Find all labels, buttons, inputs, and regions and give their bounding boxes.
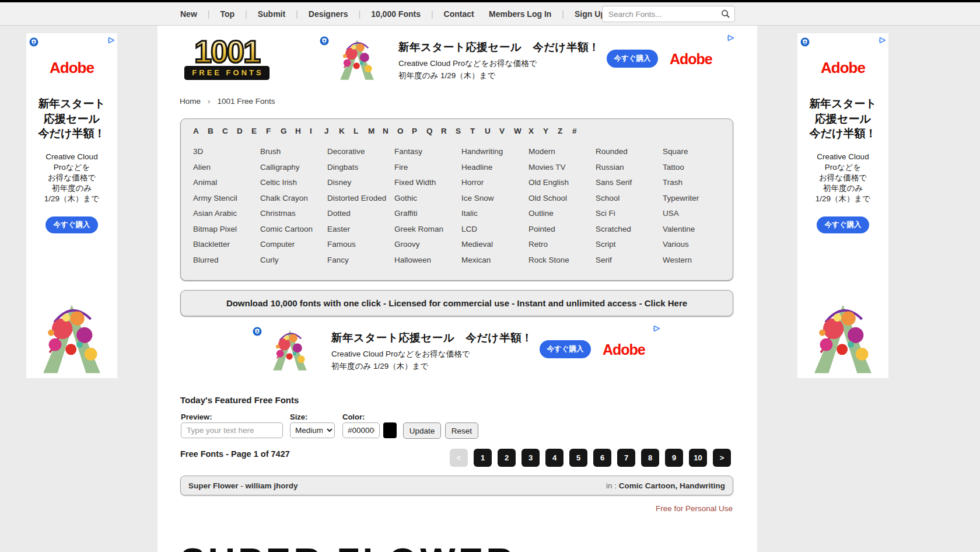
page-button[interactable]: 10 bbox=[689, 449, 707, 467]
alphabet-letter[interactable]: I bbox=[310, 127, 324, 135]
category-link[interactable]: Fancy bbox=[327, 253, 394, 268]
category-link[interactable]: Greek Roman bbox=[394, 222, 461, 237]
category-link[interactable]: Serif bbox=[596, 253, 663, 268]
category-link[interactable]: Fire bbox=[394, 160, 461, 176]
category-link[interactable]: Fantasy bbox=[394, 144, 461, 160]
category-link[interactable]: Fixed Width bbox=[394, 175, 461, 191]
category-link[interactable]: Sci Fi bbox=[596, 206, 663, 222]
category-link[interactable]: Trash bbox=[663, 175, 730, 191]
alphabet-letter[interactable]: B bbox=[208, 127, 222, 135]
category-link[interactable]: Russian bbox=[596, 160, 663, 176]
size-select[interactable]: Medium bbox=[290, 422, 335, 438]
category-link[interactable]: Blackletter bbox=[193, 237, 260, 253]
category-link[interactable]: Italic bbox=[461, 206, 528, 222]
alphabet-letter[interactable]: D bbox=[237, 127, 251, 135]
category-link[interactable]: Dingbats bbox=[327, 160, 394, 176]
font-category-links[interactable]: Comic Cartoon, Handwriting bbox=[619, 481, 725, 490]
category-link[interactable]: Chalk Crayon bbox=[260, 191, 327, 207]
alphabet-letter[interactable]: O bbox=[397, 127, 412, 135]
page-button[interactable]: 1 bbox=[474, 449, 492, 467]
font-listing-header[interactable]: Super Flower - william jhordy in : Comic… bbox=[180, 476, 733, 495]
category-link[interactable]: Animal bbox=[193, 175, 260, 191]
category-link[interactable]: Asian Arabic bbox=[193, 206, 260, 222]
alphabet-letter[interactable]: G bbox=[281, 127, 295, 135]
category-link[interactable]: Distorted Eroded bbox=[327, 191, 394, 207]
alphabet-letter[interactable]: Y bbox=[543, 127, 558, 135]
category-link[interactable]: Gothic bbox=[394, 191, 461, 207]
category-link[interactable]: Disney bbox=[327, 175, 394, 191]
category-link[interactable]: Retro bbox=[528, 237, 596, 253]
update-button[interactable]: Update bbox=[403, 422, 441, 439]
category-link[interactable]: Old English bbox=[528, 175, 596, 191]
alphabet-letter[interactable]: Z bbox=[558, 127, 572, 135]
page-button[interactable]: 7 bbox=[617, 449, 635, 467]
alphabet-letter[interactable]: C bbox=[222, 127, 237, 135]
adobe-logo[interactable]: Adobe bbox=[603, 341, 645, 358]
alphabet-letter[interactable]: S bbox=[456, 127, 470, 135]
category-link[interactable]: Calligraphy bbox=[260, 160, 327, 176]
adobe-banner-ad-middle[interactable]: 新年スタート応援セール 今だけ半額！ Creative Cloud Proなどを… bbox=[253, 326, 661, 375]
category-link[interactable]: Halloween bbox=[394, 253, 461, 268]
font-author-link[interactable]: william jhordy bbox=[246, 481, 298, 490]
nav-item[interactable]: Designers bbox=[290, 9, 353, 19]
category-link[interactable]: Various bbox=[663, 237, 730, 253]
category-link[interactable]: Easter bbox=[327, 222, 394, 237]
category-link[interactable]: Comic Cartoon bbox=[260, 222, 327, 237]
page-button[interactable]: 8 bbox=[641, 449, 659, 467]
alphabet-letter[interactable]: U bbox=[485, 127, 499, 135]
category-link[interactable]: Mexican bbox=[461, 253, 528, 268]
ad-cta-button[interactable]: 今すぐ購入 bbox=[607, 50, 658, 68]
ad-privacy-icon[interactable] bbox=[800, 37, 810, 47]
category-link[interactable]: Horror bbox=[461, 175, 528, 191]
ad-cta-button[interactable]: 今すぐ購入 bbox=[46, 216, 98, 233]
adobe-logo[interactable]: Adobe bbox=[797, 59, 888, 77]
category-link[interactable]: Decorative bbox=[327, 144, 394, 160]
category-link[interactable]: School bbox=[596, 191, 663, 207]
category-link[interactable]: Ice Snow bbox=[461, 191, 528, 207]
adobe-banner-ad-top[interactable]: 新年スタート応援セール 今だけ半額！ Creative Cloud Proなどを… bbox=[320, 35, 735, 84]
alphabet-letter[interactable]: K bbox=[339, 127, 354, 135]
ad-cta-button[interactable]: 今すぐ購入 bbox=[817, 216, 869, 233]
category-link[interactable]: LCD bbox=[461, 222, 528, 237]
download-10000-fonts-banner[interactable]: Download 10,000 fonts with one click - L… bbox=[180, 290, 733, 316]
category-link[interactable]: Rock Stone bbox=[528, 253, 596, 268]
breadcrumb-home[interactable]: Home bbox=[180, 97, 201, 106]
category-link[interactable]: Handwriting bbox=[461, 144, 528, 160]
category-link[interactable]: Tattoo bbox=[663, 160, 730, 176]
adchoices-icon[interactable] bbox=[726, 34, 735, 42]
search-input[interactable] bbox=[602, 6, 735, 22]
adobe-logo[interactable]: Adobe bbox=[26, 59, 117, 77]
category-link[interactable]: Headline bbox=[461, 160, 528, 176]
alphabet-letter[interactable]: E bbox=[251, 127, 266, 135]
category-link[interactable]: Celtic Irish bbox=[260, 175, 327, 191]
category-link[interactable]: Rounded bbox=[596, 144, 663, 160]
alphabet-letter[interactable]: M bbox=[368, 127, 383, 135]
page-button[interactable]: 3 bbox=[522, 449, 540, 467]
category-link[interactable]: Medieval bbox=[461, 237, 528, 253]
adchoices-icon[interactable] bbox=[107, 36, 116, 44]
category-link[interactable]: Christmas bbox=[260, 206, 327, 222]
alphabet-letter[interactable]: Q bbox=[426, 127, 441, 135]
category-link[interactable]: Script bbox=[596, 237, 663, 253]
alphabet-letter[interactable]: H bbox=[295, 127, 310, 135]
right-sidebar-ad[interactable]: Adobe 新年スタート応援セール今だけ半額！ Creative CloudPr… bbox=[797, 33, 888, 378]
category-link[interactable]: Graffiti bbox=[394, 206, 461, 222]
category-link[interactable]: Valentine bbox=[663, 222, 730, 237]
alphabet-letter[interactable]: J bbox=[324, 127, 339, 135]
category-link[interactable]: Bitmap Pixel bbox=[193, 222, 260, 237]
category-link[interactable]: Pointed bbox=[528, 222, 596, 237]
category-link[interactable]: Western bbox=[663, 253, 730, 268]
color-swatch[interactable] bbox=[383, 422, 397, 438]
site-logo[interactable]: 1001 FREE FONTS bbox=[178, 36, 275, 80]
category-link[interactable]: Blurred bbox=[193, 253, 260, 268]
left-sidebar-ad[interactable]: Adobe 新年スタート応援セール今だけ半額！ Creative CloudPr… bbox=[26, 33, 117, 378]
ad-cta-button[interactable]: 今すぐ購入 bbox=[540, 340, 591, 358]
page-button[interactable]: < bbox=[450, 449, 468, 467]
adchoices-icon[interactable] bbox=[652, 324, 661, 333]
category-link[interactable]: Sans Serif bbox=[596, 175, 663, 191]
category-link[interactable]: Groovy bbox=[394, 237, 461, 253]
nav-item[interactable]: Submit bbox=[240, 9, 290, 19]
alphabet-letter[interactable]: X bbox=[528, 127, 543, 135]
font-name-link[interactable]: Super Flower bbox=[188, 481, 239, 490]
page-button[interactable]: > bbox=[713, 449, 731, 467]
